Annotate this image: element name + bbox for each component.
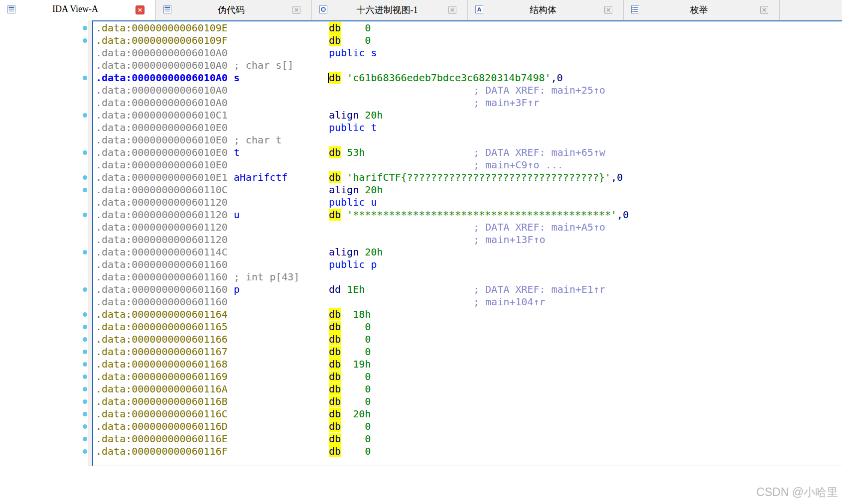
code-token: [341, 171, 347, 183]
code-token: align: [329, 109, 359, 121]
close-tab-icon[interactable]: ×: [604, 6, 612, 14]
code-token: '***************************************…: [347, 209, 617, 221]
listing-line[interactable]: .data:0000000000601160 ; int p[43]: [96, 271, 299, 283]
code-token: public u: [329, 196, 377, 208]
code-token: 0: [341, 383, 371, 395]
address: .data:0000000000601160: [96, 296, 228, 308]
xref-comment: ; DATA XREF: main+A5↑o: [473, 221, 605, 234]
item-mark-dot: [83, 375, 87, 379]
code-token: 0: [341, 22, 371, 34]
item-mark-dot: [83, 175, 87, 180]
code-token: 0: [341, 433, 371, 445]
listing-line[interactable]: .data:0000000000601120; DATA XREF: main+…: [96, 221, 299, 234]
listing-line[interactable]: .data:000000000060116Fdb 0: [96, 445, 299, 458]
code-token: ,0: [611, 171, 623, 183]
listing-line[interactable]: .data:00000000006010E0 tdb 53h; DATA XRE…: [96, 146, 299, 159]
code: db 19h: [329, 358, 371, 371]
tab-enums[interactable]: 枚举 ×: [624, 0, 780, 20]
listing-line[interactable]: .data:00000000006010A0; main+3F↑r: [96, 97, 299, 109]
listing-line[interactable]: .data:0000000000601164db 18h: [96, 308, 299, 321]
code-token: db: [329, 420, 341, 432]
listing-line[interactable]: .data:0000000000601167db 0: [96, 346, 299, 358]
code-token: db: [329, 346, 341, 358]
code-token: 0: [341, 34, 371, 46]
code-token: 53h: [341, 146, 365, 158]
listing-line[interactable]: .data:00000000006010E0 ; char t: [96, 134, 299, 146]
listing-line[interactable]: .data:00000000006010E0public t: [96, 122, 299, 134]
listing-line[interactable]: .data:000000000060114Calign 20h: [96, 246, 299, 258]
code-token: db: [329, 146, 341, 158]
close-tab-icon[interactable]: ×: [292, 6, 300, 14]
listing-line[interactable]: .data:00000000006010A0public s: [96, 47, 299, 59]
address: .data:000000000060110C: [96, 184, 228, 196]
item-mark-dot: [83, 38, 87, 43]
listing-line[interactable]: .data:000000000060116Ddb 0: [96, 420, 299, 433]
address: .data:0000000000601120: [96, 234, 228, 246]
code-token: db: [329, 209, 341, 221]
address: .data:000000000060116C: [96, 408, 228, 420]
code-token: db: [329, 171, 341, 183]
tab-ida-view-a[interactable]: IDA View-A ×: [0, 0, 156, 20]
address: .data:000000000060109F: [96, 34, 228, 46]
tab-structures[interactable]: A 结构体 ×: [468, 0, 624, 20]
code-token: db: [329, 72, 341, 84]
address: .data:0000000000601120: [96, 221, 228, 233]
listing-line[interactable]: .data:0000000000601166db 0: [96, 333, 299, 346]
tab-label: 枚举: [641, 4, 757, 16]
listing-line[interactable]: .data:00000000006010E1 aHarifctfdb 'hari…: [96, 171, 299, 184]
code-token: 20h: [359, 184, 383, 196]
xref-comment: ; DATA XREF: main+E1↑r: [473, 283, 605, 296]
listing-line[interactable]: .data:000000000060110Calign 20h: [96, 184, 299, 196]
listing-line[interactable]: .data:000000000060116Adb 0: [96, 383, 299, 395]
code-token: 0: [341, 395, 371, 407]
listing-line[interactable]: .data:00000000006010A0 sdb 'c61b68366ede…: [96, 72, 299, 84]
listing-line[interactable]: .data:0000000000601165db 0: [96, 321, 299, 333]
listing-line[interactable]: .data:0000000000601160; main+104↑r: [96, 296, 299, 308]
code-token: db: [329, 34, 341, 46]
code-token: db: [329, 333, 341, 345]
close-tab-icon[interactable]: ×: [136, 5, 144, 14]
address: .data:00000000006010E0: [96, 159, 228, 171]
address: .data:000000000060116D: [96, 420, 228, 432]
code-token: [341, 209, 347, 221]
code-token: public t: [329, 122, 377, 133]
listing-line[interactable]: .data:00000000006010A0; DATA XREF: main+…: [96, 84, 299, 97]
code-token: db: [329, 395, 341, 407]
listing-line[interactable]: .data:00000000006010C1align 20h: [96, 109, 299, 122]
tab-hex-view-1[interactable]: 十六进制视图-1 ×: [312, 0, 468, 20]
address: .data:0000000000601167: [96, 346, 228, 358]
address: .data:0000000000601168: [96, 358, 228, 370]
listing-line[interactable]: .data:0000000000601169db 0: [96, 371, 299, 383]
item-mark-dot: [83, 325, 87, 329]
listing-line[interactable]: .data:0000000000601168db 19h: [96, 358, 299, 371]
listing-line[interactable]: .data:0000000000601160 pdd 1Eh; DATA XRE…: [96, 283, 299, 296]
item-mark-dot: [83, 312, 87, 317]
code: public p: [329, 258, 377, 271]
listing-line[interactable]: .data:0000000000601120 udb '************…: [96, 209, 299, 221]
views-icon: [163, 5, 172, 14]
enums-icon: [631, 5, 640, 14]
listing-line[interactable]: .data:000000000060109Fdb 0: [96, 34, 299, 47]
listing-line[interactable]: .data:000000000060109Edb 0: [96, 22, 299, 34]
close-tab-icon[interactable]: ×: [760, 6, 768, 14]
listing-line[interactable]: .data:0000000000601120; main+13F↑o: [96, 234, 299, 246]
svg-text:A: A: [477, 6, 482, 13]
code-token: db: [329, 321, 341, 333]
listing-line[interactable]: .data:00000000006010E0; main+C9↑o ...: [96, 159, 299, 171]
code: db 18h: [329, 308, 371, 321]
listing-line[interactable]: .data:000000000060116Edb 0: [96, 433, 299, 445]
code: db 'c61b68366edeb7bdce3c6820314b7498',0: [329, 72, 563, 84]
xref-comment: ; main+3F↑r: [473, 97, 539, 109]
listing-line[interactable]: .data:0000000000601120public u: [96, 196, 299, 209]
close-tab-icon[interactable]: ×: [448, 6, 456, 14]
xref-comment: ; main+13F↑o: [473, 234, 546, 246]
code: db 'harifCTF{???????????????????????????…: [329, 171, 623, 184]
item-name: u: [228, 209, 240, 221]
code: db 0: [329, 445, 371, 458]
tab-pseudocode[interactable]: 伪代码 ×: [156, 0, 312, 20]
disassembly-view[interactable]: .data:000000000060109Edb 0.data:00000000…: [92, 20, 842, 466]
listing-line[interactable]: .data:00000000006010A0 ; char s[]: [96, 59, 299, 72]
listing-line[interactable]: .data:000000000060116Bdb 0: [96, 395, 299, 408]
listing-line[interactable]: .data:0000000000601160public p: [96, 258, 299, 271]
listing-line[interactable]: .data:000000000060116Cdb 20h: [96, 408, 299, 420]
